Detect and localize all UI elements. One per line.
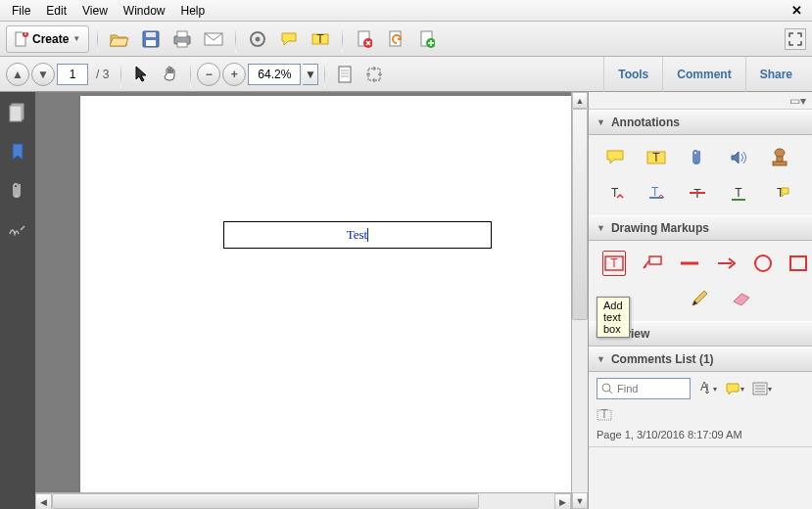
highlight-text-tool[interactable]: T: [644, 145, 669, 170]
textbox-annotation[interactable]: Test: [223, 221, 492, 249]
attachments-button[interactable]: [7, 180, 28, 202]
comment-item[interactable]: T: [589, 405, 812, 427]
scroll-left-button[interactable]: ◀: [35, 493, 52, 509]
strikethrough-tool[interactable]: T: [685, 180, 710, 206]
page-insert-icon: [419, 30, 435, 48]
task-pane-tabs: Tools Comment Share: [603, 57, 806, 92]
hscroll-thumb[interactable]: [52, 493, 479, 509]
hscroll-track[interactable]: [52, 493, 554, 509]
highlight-text-icon: T: [311, 31, 329, 47]
svg-text:T: T: [600, 409, 608, 421]
page-up-button[interactable]: ▲: [6, 63, 29, 86]
underline-tool[interactable]: T: [726, 180, 751, 206]
tab-tools[interactable]: Tools: [603, 57, 662, 92]
zoom-out-button[interactable]: −: [197, 63, 220, 86]
scroll-up-button[interactable]: ▲: [572, 92, 588, 109]
select-tool-button[interactable]: [127, 61, 155, 88]
plus-icon: +: [231, 68, 238, 81]
signature-icon: [8, 222, 27, 238]
section-drawing-header[interactable]: ▼ Drawing Markups: [589, 215, 812, 241]
add-note-to-text-tool[interactable]: T: [767, 180, 792, 206]
find-comments-input[interactable]: [617, 383, 686, 394]
svg-rect-4: [146, 32, 156, 37]
add-sticky-note-tool[interactable]: [602, 145, 628, 170]
horizontal-scrollbar[interactable]: ◀ ▶: [35, 492, 571, 509]
open-button[interactable]: [106, 25, 133, 53]
stamp-tool[interactable]: [767, 145, 792, 170]
replace-text-tool[interactable]: T: [644, 180, 669, 206]
hand-tool-button[interactable]: [157, 61, 184, 88]
page-number-input[interactable]: [57, 64, 88, 85]
text-box-icon: T: [603, 254, 625, 273]
fit-page-button[interactable]: [331, 61, 358, 88]
section-annotations-header[interactable]: ▼ Annotations: [589, 110, 812, 135]
section-comments-header[interactable]: ▼ Comments List (1): [589, 347, 812, 372]
sort-comments-button[interactable]: A▾: [696, 378, 718, 399]
text-callout-tool[interactable]: [642, 251, 663, 276]
page-down-button[interactable]: ▼: [31, 63, 55, 86]
sticky-note-button[interactable]: [275, 25, 303, 53]
eraser-icon: [730, 292, 751, 305]
svg-point-11: [256, 36, 261, 41]
save-button[interactable]: [137, 25, 165, 53]
menu-edit[interactable]: Edit: [38, 2, 74, 20]
tab-comment[interactable]: Comment: [662, 57, 744, 92]
svg-rect-25: [773, 162, 787, 165]
menu-window[interactable]: Window: [116, 2, 173, 20]
pencil-tool[interactable]: [687, 286, 712, 311]
print-button[interactable]: [168, 25, 196, 53]
record-audio-tool[interactable]: [726, 145, 751, 170]
line-tool[interactable]: [679, 251, 700, 276]
annotations-tools: T T T T T T: [589, 135, 812, 215]
pencil-icon: [690, 289, 709, 308]
panel-menu-icon[interactable]: ▭▾: [789, 94, 806, 108]
main-toolbar: + Create ▼ T: [0, 22, 812, 57]
arrow-tool[interactable]: [716, 251, 738, 276]
collapse-icon: ▼: [597, 354, 605, 364]
paperclip-icon: [10, 181, 25, 201]
scroll-track[interactable]: [572, 109, 588, 492]
email-button[interactable]: [200, 25, 227, 53]
collapse-icon: ▼: [597, 223, 605, 233]
fit-width-button[interactable]: [360, 61, 388, 88]
oval-tool[interactable]: [753, 251, 773, 276]
signatures-button[interactable]: [7, 219, 28, 241]
note-text-icon: T: [770, 184, 789, 202]
rectangle-tool[interactable]: [788, 251, 808, 276]
scroll-thumb[interactable]: [572, 109, 588, 320]
tooltip: Add text box: [597, 297, 630, 338]
insert-page-button[interactable]: [413, 25, 441, 53]
eraser-tool[interactable]: [728, 286, 753, 311]
page-thumbnails-button[interactable]: [7, 102, 28, 123]
fit-width-icon: [365, 66, 383, 83]
comments-options-button[interactable]: ▾: [751, 378, 773, 399]
gear-icon: [249, 30, 266, 48]
scroll-right-button[interactable]: ▶: [554, 493, 571, 509]
close-icon[interactable]: ✕: [786, 3, 808, 18]
insert-text-cursor-tool[interactable]: T: [602, 180, 628, 206]
delete-page-button[interactable]: [351, 25, 378, 53]
tab-share[interactable]: Share: [745, 57, 806, 92]
menu-help[interactable]: Help: [173, 2, 214, 20]
create-button[interactable]: + Create ▼: [6, 25, 89, 53]
menu-view[interactable]: View: [74, 2, 116, 20]
navigation-toolbar: ▲ ▼ / 3 − + ▼ Tools Comment Share: [0, 57, 812, 92]
add-text-box-tool[interactable]: T: [602, 251, 626, 276]
settings-button[interactable]: [244, 25, 271, 53]
bookmarks-button[interactable]: [7, 141, 28, 162]
menu-file[interactable]: File: [4, 2, 38, 20]
zoom-in-button[interactable]: +: [222, 63, 246, 86]
vertical-scrollbar[interactable]: ▲ ▼: [571, 92, 588, 509]
scroll-down-button[interactable]: ▼: [572, 492, 588, 509]
zoom-dropdown-button[interactable]: ▼: [303, 64, 318, 85]
highlight-button[interactable]: T: [307, 25, 334, 53]
expand-window-button[interactable]: [785, 28, 806, 50]
attach-file-tool[interactable]: [685, 145, 710, 170]
hand-icon: [162, 66, 179, 83]
document-new-icon: +: [15, 31, 28, 47]
zoom-level-input[interactable]: [248, 64, 301, 85]
find-comments-input-wrapper[interactable]: [597, 378, 691, 399]
document-viewport[interactable]: Test ◀ ▶: [35, 92, 571, 509]
rotate-page-button[interactable]: [382, 25, 409, 53]
filter-comments-button[interactable]: ▾: [724, 378, 745, 399]
